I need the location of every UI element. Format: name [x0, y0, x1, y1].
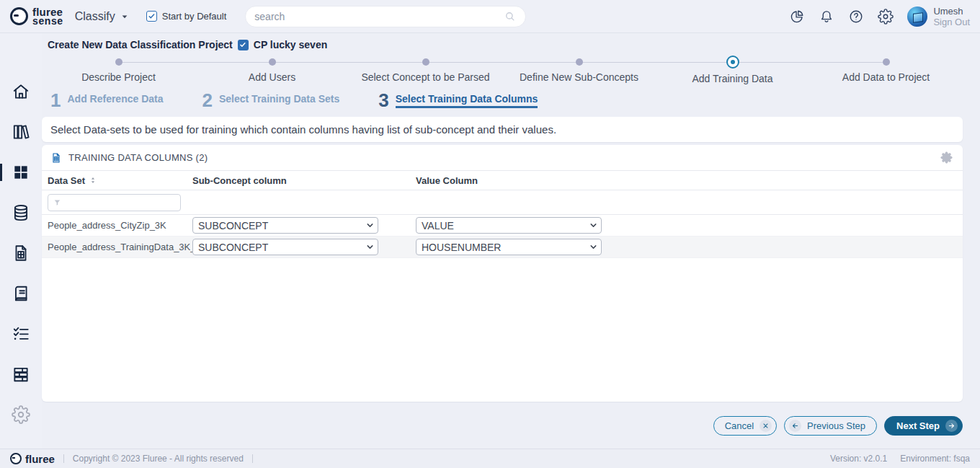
- filter-row: [42, 190, 963, 215]
- step-add-users[interactable]: Add Users: [195, 56, 349, 84]
- sidebar-item-settings[interactable]: [0, 405, 42, 424]
- search-icon: [504, 10, 517, 23]
- sidebar-item-pipelines[interactable]: [0, 365, 42, 384]
- sidebar-item-projects[interactable]: [0, 163, 42, 182]
- book-icon: [12, 284, 30, 303]
- step-describe-project[interactable]: Describe Project: [42, 56, 195, 84]
- search-input[interactable]: [254, 11, 504, 22]
- settings-gear-icon[interactable]: [878, 9, 894, 25]
- step-dot-active: [726, 56, 739, 69]
- step-dot: [115, 58, 122, 66]
- start-by-default-label: Start by Default: [162, 11, 227, 22]
- arrow-left-icon: [789, 420, 801, 432]
- table-header-row: Data Set Sub-Concept column Value Column: [42, 171, 963, 190]
- training-data-columns-panel: TRAINING DATA COLUMNS (2) Data Set Sub-C…: [42, 145, 963, 402]
- avatar: [907, 6, 927, 27]
- next-step-button[interactable]: Next Step: [884, 416, 963, 436]
- sidebar-item-home[interactable]: [0, 82, 42, 101]
- close-icon: [760, 420, 772, 432]
- step-define-sub-concepts[interactable]: Define New Sub-Concepts: [502, 56, 656, 84]
- sidebar-item-reports[interactable]: [0, 244, 42, 262]
- start-by-default-checkbox[interactable]: Start by Default: [146, 11, 227, 22]
- tab-select-training-data-sets[interactable]: 2 Select Training Data Sets: [202, 91, 340, 110]
- left-sidebar: [0, 33, 42, 449]
- bell-icon[interactable]: [819, 9, 834, 25]
- classify-menu[interactable]: Classify: [75, 10, 129, 23]
- spreadsheet-file-icon: [12, 244, 30, 262]
- step-dot: [883, 58, 890, 66]
- gear-icon: [940, 151, 953, 164]
- main-content: Create New Data Classification Project C…: [42, 33, 980, 449]
- sub-concept-select[interactable]: SUBCONCEPT: [192, 239, 378, 255]
- checkbox-checked-icon: [146, 11, 157, 22]
- sidebar-item-catalog[interactable]: [0, 284, 42, 303]
- table-row: People_address_CityZip_3K SUBCONCEPT VAL…: [42, 215, 963, 237]
- sub-concept-select[interactable]: SUBCONCEPT: [192, 217, 378, 234]
- step-add-data-to-project[interactable]: Add Data to Project: [809, 56, 963, 84]
- user-menu[interactable]: Umesh Sign Out: [907, 6, 970, 27]
- checklist-icon: [12, 324, 30, 343]
- column-header-data-set[interactable]: Data Set: [48, 175, 192, 186]
- home-icon: [12, 82, 30, 101]
- search-bar: [245, 6, 526, 27]
- project-check-icon: [238, 40, 249, 50]
- spreadsheet-icon: [50, 152, 62, 164]
- user-name: Umesh: [933, 6, 970, 17]
- sidebar-item-datasets[interactable]: [0, 203, 42, 222]
- page-title: Create New Data Classification Project: [48, 39, 233, 50]
- layers-icon: [12, 365, 30, 384]
- sidebar-item-tasks[interactable]: [0, 324, 42, 343]
- copyright-text: Copyright © 2023 Fluree - All rights res…: [73, 454, 244, 464]
- fluree-logo-icon: [10, 453, 22, 464]
- data-set-cell: People_address_TrainingData_3K_: [48, 242, 192, 252]
- sort-icon[interactable]: [89, 176, 97, 185]
- classify-menu-label: Classify: [75, 10, 115, 23]
- sidebar-item-library[interactable]: [0, 123, 42, 141]
- previous-step-button[interactable]: Previous Step: [784, 416, 877, 436]
- sign-out-link[interactable]: Sign Out: [933, 17, 970, 27]
- data-set-cell: People_address_CityZip_3K: [48, 220, 192, 231]
- table-title: TRAINING DATA COLUMNS (2): [68, 152, 208, 163]
- database-icon: [12, 203, 30, 222]
- fluree-sense-logo[interactable]: fluree sense: [10, 7, 63, 25]
- cancel-button[interactable]: Cancel: [713, 416, 777, 436]
- divider: [63, 454, 64, 463]
- apps-grid-icon: [12, 163, 30, 182]
- value-column-select[interactable]: VALUE: [416, 217, 602, 234]
- chevron-down-icon: [365, 221, 375, 230]
- divider: [252, 454, 253, 463]
- tab-add-reference-data[interactable]: 1 Add Reference Data: [50, 91, 164, 110]
- step-dot: [422, 58, 429, 66]
- breadcrumb: Create New Data Classification Project C…: [42, 39, 963, 50]
- chevron-down-icon: [365, 242, 375, 252]
- footer-fluree-logo[interactable]: fluree: [10, 453, 55, 465]
- step-dot: [269, 58, 276, 66]
- project-name: CP lucky seven: [254, 39, 327, 50]
- step-dot: [576, 58, 583, 66]
- data-set-filter-input[interactable]: [65, 197, 175, 208]
- filter-funnel-icon: [53, 198, 61, 207]
- arrow-right-icon: [945, 420, 958, 432]
- tab-select-training-data-columns[interactable]: 3 Select Training Data Columns: [378, 91, 538, 110]
- library-icon: [12, 123, 30, 141]
- environment-text: Environment: fsqa: [900, 454, 970, 464]
- column-header-value: Value Column: [416, 175, 963, 186]
- step-select-concept[interactable]: Select Concept to be Parsed: [349, 56, 502, 84]
- settings-gear-icon: [12, 405, 30, 424]
- wizard-actions: Cancel Previous Step Next Step: [42, 416, 963, 436]
- substep-tabs: 1 Add Reference Data 2 Select Training D…: [42, 91, 963, 110]
- pie-chart-icon[interactable]: [789, 9, 805, 25]
- fluree-logo-icon: [10, 7, 28, 25]
- step-add-training-data[interactable]: Add Training Data: [656, 56, 809, 84]
- wizard-stepper: Describe Project Add Users Select Concep…: [42, 56, 963, 84]
- help-icon[interactable]: [848, 9, 864, 25]
- footer: fluree Copyright © 2023 Fluree - All rig…: [0, 449, 980, 468]
- table-settings-button[interactable]: [940, 151, 953, 164]
- brand-line2: sense: [32, 17, 63, 25]
- version-text: Version: v2.0.1: [830, 454, 887, 464]
- step-description: Select Data-sets to be used for training…: [42, 117, 963, 142]
- table-row: People_address_TrainingData_3K_ SUBCONCE…: [42, 237, 963, 258]
- chevron-down-icon: [589, 242, 598, 252]
- column-header-sub-concept: Sub-Concept column: [192, 175, 416, 186]
- value-column-select[interactable]: HOUSENUMBER: [416, 239, 602, 255]
